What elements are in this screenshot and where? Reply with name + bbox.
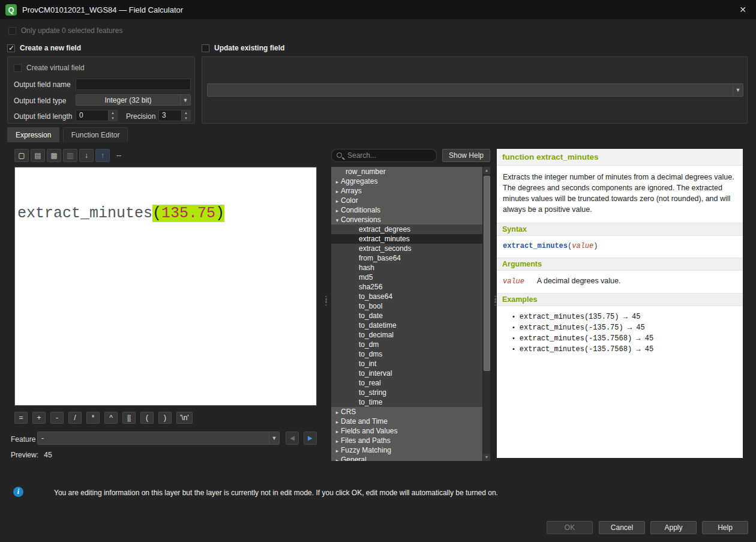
chevron-right-icon[interactable]: ▸ xyxy=(331,408,340,417)
tab-expression[interactable]: Expression xyxy=(7,127,59,142)
tree-item-label: to_string xyxy=(331,388,386,397)
only-update-checkbox-row[interactable]: Only update 0 selected features xyxy=(8,26,122,35)
operator-button[interactable]: || xyxy=(122,412,136,424)
feature-combo[interactable]: - ▼ xyxy=(37,432,280,445)
remove-expression-icon[interactable]: ▥ xyxy=(63,149,77,162)
apply-button[interactable]: Apply xyxy=(650,521,697,534)
tree-item-Fields and Values[interactable]: ▸Fields and Values xyxy=(331,426,482,436)
edit-expression-icon[interactable]: ▦ xyxy=(47,149,61,162)
existing-field-combo[interactable]: ▼ xyxy=(207,83,743,97)
operator-button[interactable]: + xyxy=(32,412,46,424)
tree-item-to_dm[interactable]: to_dm xyxy=(331,340,482,349)
chevron-right-icon[interactable]: ▸ xyxy=(331,436,340,446)
import-expressions-icon[interactable]: ↓ xyxy=(79,149,94,162)
scrollbar-thumb[interactable] xyxy=(484,176,490,371)
only-update-checkbox[interactable] xyxy=(8,27,16,35)
export-expressions-icon[interactable]: ↑ xyxy=(95,149,110,162)
close-icon[interactable]: ✕ xyxy=(737,4,749,16)
tree-item-to_datetime[interactable]: to_datetime xyxy=(331,321,482,330)
operator-button[interactable]: = xyxy=(14,412,28,424)
chevron-right-icon[interactable]: ▸ xyxy=(331,456,340,461)
tree-item-to_base64[interactable]: to_base64 xyxy=(331,292,482,301)
tree-item-md5[interactable]: md5 xyxy=(331,273,482,282)
tree-item-Files and Paths[interactable]: ▸Files and Paths xyxy=(331,436,482,445)
spin-down-icon[interactable]: ▼ xyxy=(182,116,190,121)
precision-spinner[interactable]: 3 ▲▼ xyxy=(158,110,191,121)
chevron-down-icon[interactable]: ▼ xyxy=(180,95,190,105)
tree-item-extract_minutes[interactable]: extract_minutes xyxy=(331,234,482,244)
tree-item-Date and Time[interactable]: ▸Date and Time xyxy=(331,417,482,426)
tree-item-Color[interactable]: ▸Color xyxy=(331,196,482,205)
splitter-handle[interactable]: ⋮⋮ xyxy=(322,297,330,304)
tree-item-Arrays[interactable]: ▸Arrays xyxy=(331,186,482,196)
create-virtual-field-row[interactable]: Create virtual field xyxy=(14,64,85,72)
chevron-right-icon[interactable]: ▸ xyxy=(331,427,340,436)
operator-button[interactable]: ^ xyxy=(104,412,118,424)
tree-item-to_int[interactable]: to_int xyxy=(331,359,482,369)
operator-button[interactable]: * xyxy=(86,412,100,424)
chevron-right-icon[interactable]: ▸ xyxy=(331,417,340,427)
scroll-down-icon[interactable]: ▼ xyxy=(483,454,490,461)
scroll-up-icon[interactable]: ▲ xyxy=(483,167,490,174)
tree-item-hash[interactable]: hash xyxy=(331,263,482,273)
tree-item-label: to_date xyxy=(331,312,383,320)
operator-button[interactable]: '\n' xyxy=(176,412,193,424)
tree-item-to_string[interactable]: to_string xyxy=(331,388,482,397)
tree-item-to_interval[interactable]: to_interval xyxy=(331,369,482,378)
spin-up-icon[interactable]: ▲ xyxy=(182,110,190,116)
output-field-type-combo[interactable]: Integer (32 bit) ▼ xyxy=(76,94,191,106)
operator-button[interactable]: - xyxy=(50,412,64,424)
tree-item-to_time[interactable]: to_time xyxy=(331,397,482,407)
chevron-right-icon[interactable]: ▸ xyxy=(331,206,340,215)
help-button[interactable]: Help xyxy=(702,521,748,534)
chevron-right-icon[interactable]: ▸ xyxy=(331,196,340,206)
output-field-length-spinner[interactable]: 0 ▲▼ xyxy=(76,110,118,121)
search-input[interactable] xyxy=(331,149,437,162)
expression-editor[interactable]: extract_minutes(135.75) xyxy=(14,167,317,406)
tree-item-Aggregates[interactable]: ▸Aggregates xyxy=(331,176,482,186)
chevron-down-icon[interactable]: ▼ xyxy=(269,432,279,444)
spin-up-icon[interactable]: ▲ xyxy=(109,110,117,116)
tree-item-from_base64[interactable]: from_base64 xyxy=(331,253,482,263)
previous-feature-button[interactable]: ◀ xyxy=(286,432,299,445)
chevron-down-icon[interactable]: ▼ xyxy=(733,84,743,96)
tree-item-extract_seconds[interactable]: extract_seconds xyxy=(331,244,482,253)
tree-item-CRS[interactable]: ▸CRS xyxy=(331,407,482,417)
update-existing-field-row[interactable]: Update existing field xyxy=(202,44,284,52)
spin-down-icon[interactable]: ▼ xyxy=(109,116,117,121)
save-expression-icon[interactable]: ▤ xyxy=(31,149,45,162)
qgis-logo-icon: Q xyxy=(5,4,17,16)
chevron-right-icon[interactable]: ▸ xyxy=(331,187,340,196)
cancel-button[interactable]: Cancel xyxy=(599,521,645,534)
chevron-down-icon[interactable]: ▾ xyxy=(331,215,340,225)
tree-item-extract_degrees[interactable]: extract_degrees xyxy=(331,224,482,234)
next-feature-button[interactable]: ▶ xyxy=(304,432,317,445)
tree-item-to_date[interactable]: to_date xyxy=(331,311,482,321)
chevron-right-icon[interactable]: ▸ xyxy=(331,177,340,187)
tree-item-row_number[interactable]: row_number xyxy=(331,167,482,176)
output-field-name-input[interactable] xyxy=(76,79,191,90)
tree-item-to_decimal[interactable]: to_decimal xyxy=(331,330,482,340)
tree-item-to_dms[interactable]: to_dms xyxy=(331,349,482,359)
tree-item-label: row_number xyxy=(331,167,386,176)
operator-button[interactable]: ( xyxy=(140,412,154,424)
create-new-field-checkbox[interactable] xyxy=(7,44,15,52)
create-virtual-field-checkbox[interactable] xyxy=(14,64,22,72)
tree-item-Conversions[interactable]: ▾Conversions xyxy=(331,215,482,224)
ok-button[interactable]: OK xyxy=(547,521,593,534)
tree-item-to_bool[interactable]: to_bool xyxy=(331,301,482,311)
update-existing-field-checkbox[interactable] xyxy=(202,44,209,52)
operator-button[interactable]: / xyxy=(68,412,82,424)
tree-item-General[interactable]: ▸General xyxy=(331,455,482,461)
tree-scrollbar[interactable]: ▲ ▼ xyxy=(482,167,490,461)
create-new-field-row[interactable]: Create a new field xyxy=(7,44,81,52)
operator-button[interactable]: ) xyxy=(158,412,172,424)
tree-item-sha256[interactable]: sha256 xyxy=(331,282,482,292)
chevron-right-icon[interactable]: ▸ xyxy=(331,446,340,456)
tree-item-Conditionals[interactable]: ▸Conditionals xyxy=(331,205,482,215)
tab-function-editor[interactable]: Function Editor xyxy=(63,127,128,142)
tree-item-Fuzzy Matching[interactable]: ▸Fuzzy Matching xyxy=(331,445,482,455)
tree-item-to_real[interactable]: to_real xyxy=(331,378,482,388)
show-help-button[interactable]: Show Help xyxy=(442,149,490,162)
new-expression-icon[interactable]: ▢ xyxy=(14,149,29,162)
